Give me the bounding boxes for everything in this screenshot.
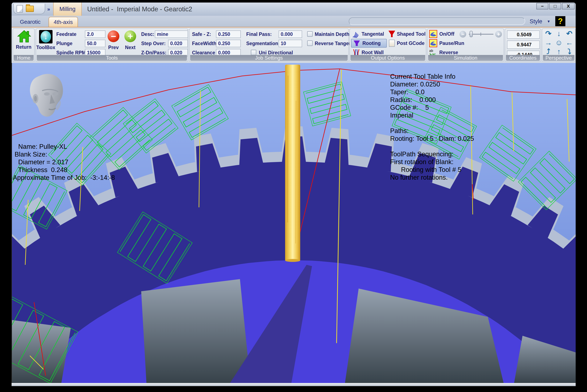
open-file-icon[interactable] [26, 6, 34, 12]
window-title: Untitled - Imperial Mode - Gearotic2 [87, 2, 192, 16]
quick-access-toolbar [13, 4, 45, 14]
ribbon-tab-row: Gearotic 4th-axis Style ▼ ? [12, 16, 576, 27]
status-recess-bar [349, 18, 525, 25]
sim-speed-plus-icon[interactable]: + [495, 31, 502, 38]
group-label-coordinates: Coordinates [506, 55, 540, 61]
toolbox-icon[interactable]: ↓ [39, 30, 53, 44]
pan-down-icon[interactable]: ↓ [553, 29, 564, 38]
sim-speed-slider-thumb[interactable] [470, 31, 473, 37]
plunge-input[interactable]: 50.0 [85, 40, 106, 47]
group-output-options: Tangental Shaped Tool Rooting Post GCode… [349, 28, 426, 62]
plunge-label: Plunge [56, 40, 73, 47]
desc-input[interactable]: mine [155, 30, 188, 38]
final-pass-input[interactable]: 0.000 [278, 30, 302, 38]
next-button[interactable]: Next [123, 45, 138, 50]
style-menu[interactable]: Style [530, 18, 542, 25]
group-tools: ↓ ToolBox Feedrate 2.0 Plunge 50.0 Spind… [36, 28, 188, 62]
toolbox-button[interactable]: ToolBox [36, 45, 56, 50]
shaped-tool-button[interactable]: Shaped Tool [397, 30, 425, 38]
group-label-simulation: Simulation [428, 55, 503, 61]
toolbar-overflow-chevron[interactable]: » [47, 6, 50, 12]
feedrate-input[interactable]: 2.0 [85, 30, 106, 38]
3d-viewport[interactable]: Name: Pulley-XL Blank Size: Diameter = 2… [12, 63, 576, 383]
group-perspective: ↷ ↓ ↶ → ☺ ← ⤴ ↑ ⤵ Perspective [542, 28, 575, 62]
return-button[interactable]: Return [13, 44, 34, 50]
rooting-button[interactable]: Rooting [351, 39, 387, 48]
tangental-icon[interactable] [352, 30, 360, 38]
app-menu-tab-milling[interactable]: Milling [53, 2, 82, 16]
group-coordinates: 0.5049 0.9447 -0.1440 Coordinates [505, 28, 541, 62]
final-pass-label: Final Pass: [246, 30, 272, 38]
application-window: » Milling Untitled - Imperial Mode - Gea… [12, 2, 576, 386]
new-document-icon[interactable] [17, 5, 23, 12]
pan-up-icon[interactable]: ↑ [553, 47, 564, 56]
pan-left-icon[interactable]: ← [564, 38, 574, 47]
tab-gearotic[interactable]: Gearotic [15, 18, 46, 26]
facewidth-input[interactable]: 0.250 [216, 40, 241, 47]
post-gcode-icon[interactable] [389, 40, 395, 47]
coordinate-y-value: 0.9447 [507, 40, 540, 49]
desktop: » Milling Untitled - Imperial Mode - Gea… [0, 0, 587, 392]
tilt-up-right-icon[interactable]: ⤴ [543, 47, 553, 56]
safe-z-input[interactable]: 0.250 [216, 30, 241, 38]
group-label-job-settings: Job Settings [190, 55, 348, 61]
uni-directional-checkbox[interactable] [251, 50, 256, 55]
tab-4th-axis[interactable]: 4th-axis [49, 17, 78, 27]
window-bottom-edge [12, 383, 576, 386]
group-job-settings: Safe - Z: 0.250 FaceWidth 0.250 Clearanc… [189, 28, 349, 62]
maintain-depth-checkbox[interactable] [307, 31, 313, 37]
group-label-output-options: Output Options [351, 55, 425, 61]
pan-right-icon[interactable]: → [543, 38, 553, 47]
tangental-button[interactable]: Tangental [362, 30, 384, 38]
tool-table-info-text: Current Tool Table Info Diameter: 0.0250… [390, 72, 474, 181]
reverse-tangent-label: Reverse Tangent [315, 40, 353, 47]
blank-info-text: Name: Pulley-XL Blank Size: Diameter = 2… [13, 143, 115, 182]
rooting-icon [353, 40, 360, 46]
stepover-input[interactable]: 0.020 [168, 40, 188, 47]
next-tool-icon[interactable]: + [124, 30, 136, 42]
coordinate-x-value: 0.5049 [507, 30, 540, 39]
gear-scene [12, 63, 576, 383]
sim-speed-slider-tick [480, 32, 481, 36]
segmentation-label: Segmentation [246, 40, 278, 47]
feedrate-label: Feedrate [56, 30, 77, 38]
title-bar: » Milling Untitled - Imperial Mode - Gea… [12, 2, 576, 16]
reset-view-icon[interactable]: ☺ [553, 38, 564, 47]
segmentation-input[interactable]: 10 [278, 40, 302, 47]
perspective-pad: ↷ ↓ ↶ → ☺ ← ⤴ ↑ ⤵ [543, 29, 574, 56]
prev-button[interactable]: Prev [106, 45, 121, 50]
tilt-up-left-icon[interactable]: ⤵ [564, 47, 574, 56]
sim-speed-minus-icon[interactable]: − [459, 31, 466, 38]
group-home: Return Home [13, 28, 35, 62]
post-gcode-button[interactable]: Post GCode [397, 39, 425, 47]
style-dropdown-arrow-icon[interactable]: ▼ [547, 20, 550, 24]
maximize-button[interactable]: □ [549, 3, 561, 10]
sim-pauserun-button[interactable]: Pause/Run [439, 39, 464, 47]
shaped-tool-icon[interactable] [388, 30, 396, 38]
facewidth-label: FaceWidth [192, 40, 216, 47]
prev-tool-icon[interactable]: − [108, 30, 119, 42]
maintain-depth-label: Maintain Depth [315, 30, 349, 38]
sim-onoff-icon[interactable] [429, 30, 437, 38]
home-icon[interactable] [17, 30, 31, 43]
rotate-ccw-icon[interactable]: ↶ [564, 29, 574, 38]
sim-pauserun-icon[interactable] [429, 39, 437, 47]
help-button[interactable]: ? [555, 16, 565, 26]
reverse-tangent-checkbox[interactable] [307, 40, 313, 46]
minimize-button[interactable]: − [536, 3, 548, 10]
group-label-tools: Tools [37, 55, 187, 61]
group-label-home: Home [14, 55, 34, 61]
ribbon: Return Home ↓ ToolBox Feedrate 2.0 Plung… [12, 28, 576, 63]
rooting-label: Rooting [362, 40, 381, 46]
close-button[interactable]: X [562, 3, 574, 10]
sim-onoff-button[interactable]: On/Off [439, 30, 454, 38]
group-label-perspective: Perspective [543, 55, 574, 61]
rotate-cw-icon[interactable]: ↷ [543, 29, 553, 38]
safe-z-label: Safe - Z: [192, 30, 211, 38]
stepover-label: Step Over: [141, 40, 166, 47]
group-simulation: On/Off Pause/Run ab ↳ac Reverse − + Simu… [427, 28, 504, 62]
desc-label: Desc: [141, 30, 154, 38]
